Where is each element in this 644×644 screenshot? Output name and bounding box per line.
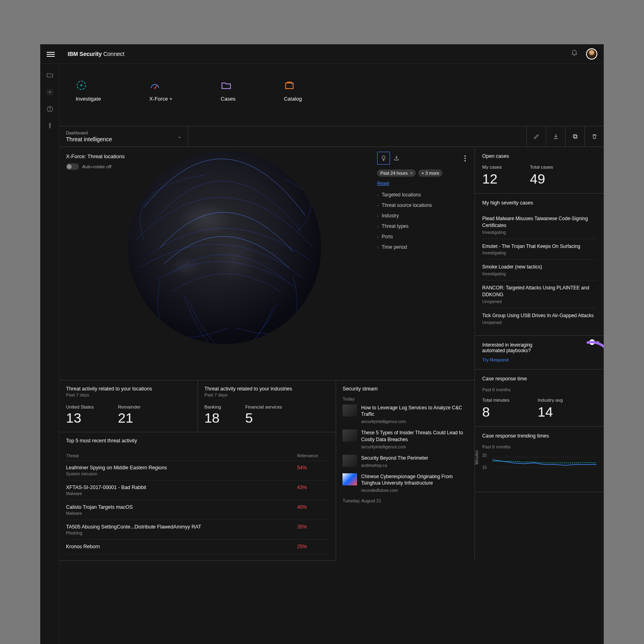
stat-value: 49 (530, 171, 553, 187)
stream-item[interactable]: How to Leverage Log Services to Analyze … (343, 405, 468, 424)
stream-day: Today (343, 396, 468, 401)
catalog-icon (284, 80, 295, 91)
nav-cases[interactable]: Cases (221, 80, 235, 102)
filter-chip-more[interactable]: + 3 more (418, 169, 442, 177)
severity-item[interactable]: Emotet - The Trojan That Keeps On Surfac… (482, 239, 597, 260)
nav-label: X-Force + (149, 96, 172, 102)
svg-rect-10 (573, 134, 576, 137)
menu-button[interactable] (47, 51, 55, 57)
nav-label: Cases (221, 96, 235, 102)
response-title: Case response time (482, 376, 597, 382)
brand-light: Connect (102, 51, 124, 57)
cases-icon (221, 80, 232, 91)
trend-title: Case response trending times (482, 433, 597, 439)
help-icon[interactable] (46, 105, 54, 113)
stat-value: 14 (538, 404, 563, 420)
open-cases-title: Open cases (482, 153, 597, 159)
threat-row[interactable]: Calisto Trojan Targets macOSMalware40% (66, 500, 329, 520)
chevron-right-icon: › (377, 245, 378, 250)
notifications-icon[interactable] (571, 50, 578, 58)
download-button[interactable] (546, 126, 565, 147)
reset-link[interactable]: Reset (377, 181, 389, 186)
svg-point-8 (293, 83, 293, 84)
stat-industries: Threat activity related to your industri… (198, 380, 336, 432)
autorotate-toggle[interactable] (66, 163, 79, 170)
facet-item[interactable]: ›Threat source locations (377, 200, 470, 211)
svg-point-2 (50, 110, 50, 111)
svg-rect-9 (574, 135, 577, 138)
trend-chart: Minutes 20 15 (482, 453, 597, 485)
folder-icon[interactable] (46, 72, 54, 79)
brand-bold: IBM Security (68, 51, 102, 57)
nav-label: Catalog (284, 96, 302, 102)
overflow-menu[interactable] (460, 152, 470, 165)
facet-item[interactable]: ›Ports (377, 231, 470, 242)
filter-chip[interactable]: Past 24 hours× (377, 169, 416, 177)
promo-art (572, 341, 604, 369)
stat-locations: Threat activity related to your location… (60, 380, 198, 432)
stream-item[interactable]: These 5 Types of Insider Threats Could L… (343, 429, 468, 449)
gauge-icon (149, 80, 161, 91)
svg-point-5 (154, 87, 156, 89)
idea-icon[interactable] (377, 152, 390, 165)
chevron-right-icon: › (377, 235, 378, 239)
promo-card: × Interested in leveraging automated pla… (475, 336, 604, 369)
svg-point-0 (49, 91, 51, 93)
edit-button[interactable] (526, 126, 546, 147)
dashboard-selector[interactable]: Dashboard Threat intelligence ⌄ (60, 126, 188, 147)
stat-value: 8 (482, 404, 510, 420)
stat-value: 18 (204, 411, 221, 425)
nav-catalog[interactable]: Catalog (284, 80, 302, 102)
dashboard-title: Threat intelligence (66, 136, 182, 142)
brand: IBM Security Connect (68, 51, 124, 57)
threat-row[interactable]: XFTAS-SI-2017-00001 - Bad RabbitMalware4… (66, 481, 329, 500)
close-icon[interactable]: × (410, 171, 413, 175)
threat-row[interactable]: TA505 Abusing SettingConte...Distribute … (66, 520, 329, 540)
copy-button[interactable] (565, 126, 584, 147)
svg-point-7 (291, 83, 292, 84)
stat-value: 5 (245, 411, 282, 425)
severity-item[interactable]: Smoke Loader (new tactics)Investigating (482, 259, 597, 280)
promo-link[interactable]: Try Respond (482, 357, 508, 362)
threat-row[interactable]: Kronos Reborn25% (66, 540, 329, 555)
threat-row[interactable]: Leafminer Spying on Middle Eastern Regio… (66, 461, 329, 481)
severity-item[interactable]: Tick Group Using USB Drives In Air-Gappe… (482, 308, 597, 329)
nav-investigate[interactable]: Investigate (76, 80, 101, 102)
avatar[interactable] (586, 48, 597, 60)
nav-label: Investigate (76, 96, 101, 102)
pin-icon[interactable] (46, 122, 54, 130)
autorotate-label: Auto-rotate off (82, 164, 111, 169)
stream-day: Tuesday, August 21 (343, 498, 468, 503)
target-icon (76, 80, 87, 91)
severity-title: My high severity cases (482, 200, 597, 206)
severity-item[interactable]: RANCOR: Targeted Attacks Using PLAINTEE … (482, 280, 597, 308)
chevron-right-icon: › (377, 214, 378, 218)
stat-value: 21 (118, 411, 140, 425)
severity-item[interactable]: Plead Malware Misuses Taiwanese Code-Sig… (482, 211, 597, 239)
chevron-down-icon: ⌄ (178, 134, 182, 139)
dashboard-eyebrow: Dashboard (66, 130, 182, 135)
nav-xforce[interactable]: X-Force + (149, 80, 172, 102)
facet-item[interactable]: ›Time period (377, 242, 470, 252)
gear-icon[interactable] (46, 89, 54, 96)
stat-value: 12 (482, 171, 502, 187)
stat-value: 13 (66, 411, 94, 425)
delete-button[interactable] (584, 126, 604, 147)
stream-item[interactable]: Security Beyond The Perimeterandrewhay.c… (343, 455, 468, 468)
facet-item[interactable]: ›Industry (377, 211, 470, 221)
chevron-right-icon: › (377, 203, 378, 208)
facet-item[interactable]: ›Targeted locations (377, 190, 470, 200)
chevron-right-icon: › (377, 224, 378, 229)
import-icon[interactable] (390, 152, 403, 165)
svg-point-4 (80, 85, 83, 87)
facet-item[interactable]: ›Threat types (377, 221, 470, 231)
chevron-right-icon: › (377, 193, 378, 197)
stream-item[interactable]: Chinese Cyberespionage Originating From … (343, 473, 468, 493)
promo-text: Interested in leveraging automated playb… (482, 342, 547, 353)
threat-globe[interactable] (128, 151, 321, 344)
stream-title: Security stream (343, 386, 468, 392)
threats-title: Top 5 most recent threat activity (66, 438, 329, 444)
